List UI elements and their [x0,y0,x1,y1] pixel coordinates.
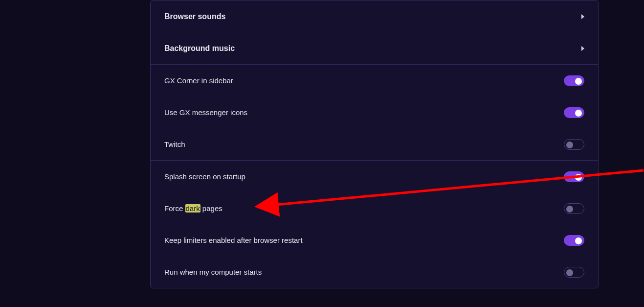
setting-row-force-dark: Force dark pages [151,192,598,224]
expander-browser-sounds[interactable]: Browser sounds [151,0,598,32]
setting-row-limiters: Keep limiters enabled after browser rest… [151,224,598,256]
expander-label: Background music [164,44,581,53]
setting-row-gx-corner: GX Corner in sidebar [151,65,598,96]
settings-panel: Browser sounds Background music GX Corne… [150,0,599,288]
setting-row-splash: Splash screen on startup [151,161,598,192]
highlight-dark: dark [185,204,200,213]
chevron-right-icon [581,46,584,51]
setting-row-twitch: Twitch [151,128,598,160]
setting-label: Use GX messenger icons [164,108,564,117]
expander-label: Browser sounds [164,12,581,21]
setting-label-force-dark: Force dark pages [164,204,564,213]
label-pre: Force [164,204,185,213]
setting-row-run-startup: Run when my computer starts [151,256,598,288]
expander-background-music[interactable]: Background music [151,32,598,64]
toggle-twitch[interactable] [564,139,584,150]
setting-label: Run when my computer starts [164,268,564,276]
toggle-run-startup[interactable] [564,267,584,278]
setting-label: GX Corner in sidebar [164,76,564,85]
toggle-force-dark[interactable] [564,203,584,214]
setting-label: Keep limiters enabled after browser rest… [164,236,564,244]
toggle-splash[interactable] [564,171,584,182]
chevron-right-icon [581,14,584,19]
toggle-gx-messenger[interactable] [564,107,584,118]
toggle-gx-corner[interactable] [564,75,584,86]
setting-row-gx-messenger: Use GX messenger icons [151,96,598,128]
toggle-limiters[interactable] [564,235,584,246]
setting-label: Twitch [164,140,564,148]
setting-label: Splash screen on startup [164,172,564,181]
label-post: pages [200,204,222,213]
